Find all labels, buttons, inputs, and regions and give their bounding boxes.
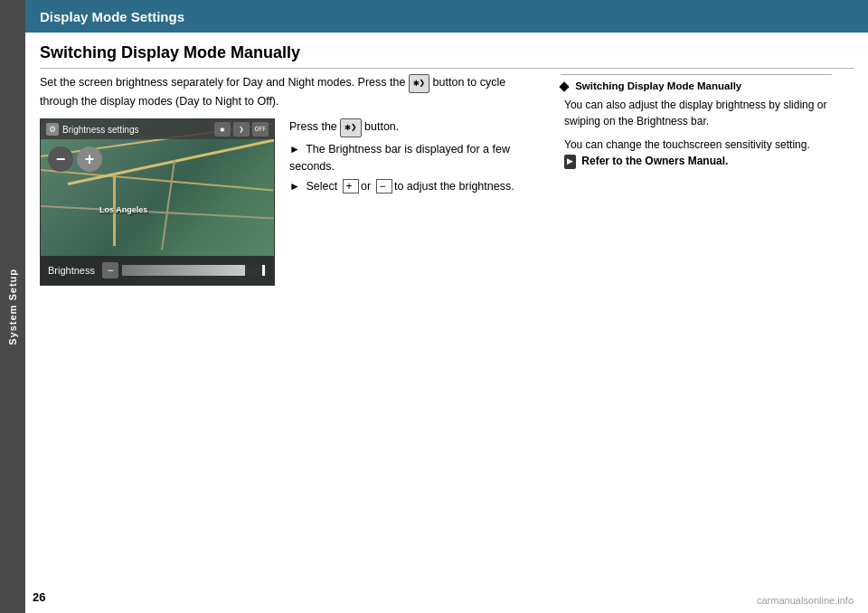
- step-2-post: to adjust the brightness.: [394, 180, 514, 193]
- page-number: 26: [33, 590, 45, 604]
- map-topbar-right: ✱ ❯ OFF: [214, 122, 269, 137]
- step-0: Press the ✱❯ button.: [289, 118, 546, 137]
- ref-icon: ▶: [564, 155, 576, 169]
- map-btn-chevron: ❯: [233, 122, 250, 137]
- step-2-pre: Select: [306, 180, 337, 193]
- note-text-1: You can also adjust the display brightne…: [564, 97, 832, 129]
- map-topbar: ⚙ Brightness settings ✱ ❯ OFF: [41, 119, 274, 139]
- note-section: Switching Display Mode Manually You can …: [561, 74, 832, 169]
- note-title: Switching Display Mode Manually: [561, 80, 832, 91]
- step-2-plus-icon: +: [343, 179, 359, 193]
- map-brightness-label: Brightness: [48, 265, 95, 276]
- watermark: carmanualsonline.info: [757, 595, 854, 606]
- map-plus-button[interactable]: +: [77, 146, 102, 172]
- page-content: Switching Display Mode Manually Set the …: [25, 33, 868, 613]
- step-2-mid: or: [361, 180, 371, 193]
- map-btn-asterisk: ✱: [214, 122, 231, 137]
- step-0-button-icon: ✱❯: [340, 118, 361, 137]
- map-brightness-bar: [122, 265, 267, 276]
- right-column: Switching Display Mode Manually You can …: [561, 74, 832, 602]
- left-column: Set the screen brightness separately for…: [40, 74, 546, 602]
- map-minus-button[interactable]: −: [48, 146, 73, 172]
- two-col-layout: Set the screen brightness separately for…: [40, 74, 854, 602]
- step-1-text: The Brightness bar is displayed for a fe…: [289, 143, 510, 173]
- page-title: Switching Display Mode Manually: [40, 43, 854, 69]
- step-1-arrow: ►: [289, 143, 300, 156]
- steps-container: Press the ✱❯ button. ► The Brightness ba…: [289, 118, 546, 199]
- header-title: Display Mode Settings: [40, 9, 184, 24]
- map-brightness-indicator: [262, 265, 265, 276]
- sidebar-label: System Setup: [7, 269, 18, 345]
- sidebar: System Setup: [0, 0, 25, 613]
- note-ref-text: Refer to the Owners Manual.: [581, 155, 728, 167]
- map-city-label: Los Angeles: [99, 205, 147, 214]
- header-bar: Display Mode Settings: [25, 0, 868, 33]
- note-text-2: You can change the touchscreen sensitivi…: [564, 137, 832, 169]
- step-2-minus-icon: −: [376, 179, 392, 193]
- map-brightness-fill: [122, 265, 245, 276]
- map-bottom-bar: Brightness −: [41, 256, 274, 285]
- step-2-arrow: ►: [289, 180, 300, 193]
- intro-text: Set the screen brightness separately for…: [40, 74, 546, 109]
- step-1: ► The Brightness bar is displayed for a …: [289, 141, 546, 175]
- main-content: Display Mode Settings Switching Display …: [25, 0, 868, 613]
- map-screenshot: Los Angeles ⚙ Brightness settings ✱ ❯: [40, 118, 275, 286]
- map-settings-icon: ⚙: [46, 123, 59, 136]
- brightness-button-icon: ✱❯: [409, 74, 429, 93]
- intro-text-1: Set the screen brightness separately for…: [40, 76, 405, 89]
- map-brightness-minus-btn[interactable]: −: [102, 262, 118, 278]
- step-2: ► Select + or − to adjust the brightness…: [289, 178, 546, 195]
- map-btn-off: OFF: [252, 122, 269, 137]
- map-steps-row: Los Angeles ⚙ Brightness settings ✱ ❯: [40, 118, 546, 297]
- note-diamond-icon: [559, 81, 569, 91]
- map-center-controls: − +: [48, 146, 102, 172]
- note-title-text: Switching Display Mode Manually: [575, 80, 741, 91]
- map-topbar-title: Brightness settings: [62, 125, 211, 135]
- step-0-text: Press the: [289, 120, 337, 133]
- step-0-text-b: button.: [364, 120, 399, 133]
